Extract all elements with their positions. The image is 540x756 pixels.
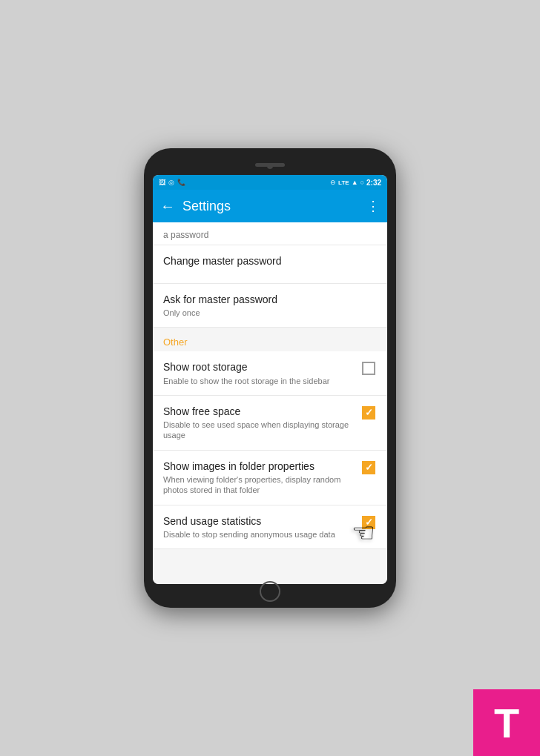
watermark-t: T [473, 689, 540, 756]
status-bar: 🖼 ◎ 📞 ⊖ LTE ▲ ○ 2:32 [153, 175, 387, 190]
status-right: ⊖ LTE ▲ ○ 2:32 [330, 179, 381, 187]
battery-icon: ○ [360, 179, 364, 186]
change-master-password-title: Change master password [163, 254, 371, 268]
partial-setting-item: a password [153, 222, 387, 245]
app-bar-title: Settings [182, 199, 359, 214]
show-free-space-checkbox[interactable] [362, 406, 377, 421]
partial-setting-text: a password [163, 230, 208, 240]
send-usage-stats-text: Send usage statistics Disable to stop se… [163, 514, 362, 540]
show-free-space-title: Show free space [163, 405, 356, 418]
back-button[interactable]: ← [160, 198, 175, 215]
show-root-storage-text: Show root storage Enable to show the roo… [163, 360, 362, 385]
checkbox-unchecked-icon [362, 362, 375, 375]
phone-top-bar [153, 157, 387, 175]
change-master-password-item[interactable]: Change master password [153, 245, 387, 284]
phone-bottom [153, 584, 387, 599]
watermark-letter: T [494, 699, 519, 747]
status-left: 🖼 ◎ 📞 [159, 179, 185, 186]
page-wrapper: 🖼 ◎ 📞 ⊖ LTE ▲ ○ 2:32 ← Settings ⋮ [0, 0, 540, 756]
ask-master-password-subtitle: Only once [163, 308, 371, 318]
checkbox-checked-icon-2 [362, 461, 375, 474]
phone-status-icon: 📞 [177, 179, 185, 186]
app-bar: ← Settings ⋮ [153, 190, 387, 222]
show-root-storage-title: Show root storage [163, 360, 356, 374]
show-free-space-item[interactable]: Show free space Disable to see used spac… [153, 396, 387, 451]
other-section-header: Other [153, 328, 387, 351]
show-root-storage-subtitle: Enable to show the root storage in the s… [163, 376, 356, 386]
finger-pointer-icon: ☞ [352, 517, 375, 548]
ask-master-password-title: Ask for master password [163, 293, 371, 306]
show-images-folder-title: Show images in folder properties [163, 460, 356, 473]
lte-icon: LTE [338, 179, 349, 186]
change-master-password-text: Change master password [163, 254, 377, 268]
signal-icon: ⊖ [330, 179, 336, 186]
phone-speaker [255, 163, 285, 167]
other-section-label: Other [163, 336, 188, 348]
home-button[interactable] [260, 581, 280, 602]
ask-master-password-item[interactable]: Ask for master password Only once [153, 284, 387, 328]
more-options-button[interactable]: ⋮ [366, 198, 380, 214]
show-images-folder-subtitle: When viewing folder's properties, displa… [163, 474, 356, 496]
image-status-icon: 🖼 [159, 179, 165, 186]
show-images-folder-checkbox[interactable] [362, 461, 377, 476]
send-usage-stats-subtitle: Disable to stop sending anonymous usage … [163, 529, 356, 540]
show-root-storage-item[interactable]: Show root storage Enable to show the roo… [153, 351, 387, 395]
show-free-space-text: Show free space Disable to see used spac… [163, 405, 362, 441]
checkbox-checked-icon [362, 406, 375, 420]
time-display: 2:32 [366, 179, 381, 187]
show-free-space-subtitle: Disable to see used space when displayin… [163, 420, 356, 441]
send-usage-stats-title: Send usage statistics [163, 514, 356, 528]
show-images-folder-item[interactable]: Show images in folder properties When vi… [153, 451, 387, 505]
show-root-storage-checkbox[interactable] [362, 362, 377, 377]
phone-frame: 🖼 ◎ 📞 ⊖ LTE ▲ ○ 2:32 ← Settings ⋮ [144, 148, 396, 608]
location-status-icon: ◎ [168, 179, 174, 186]
wifi-signal-icon: ▲ [352, 179, 358, 186]
ask-master-password-text: Ask for master password Only once [163, 293, 377, 318]
show-images-folder-text: Show images in folder properties When vi… [163, 460, 362, 496]
